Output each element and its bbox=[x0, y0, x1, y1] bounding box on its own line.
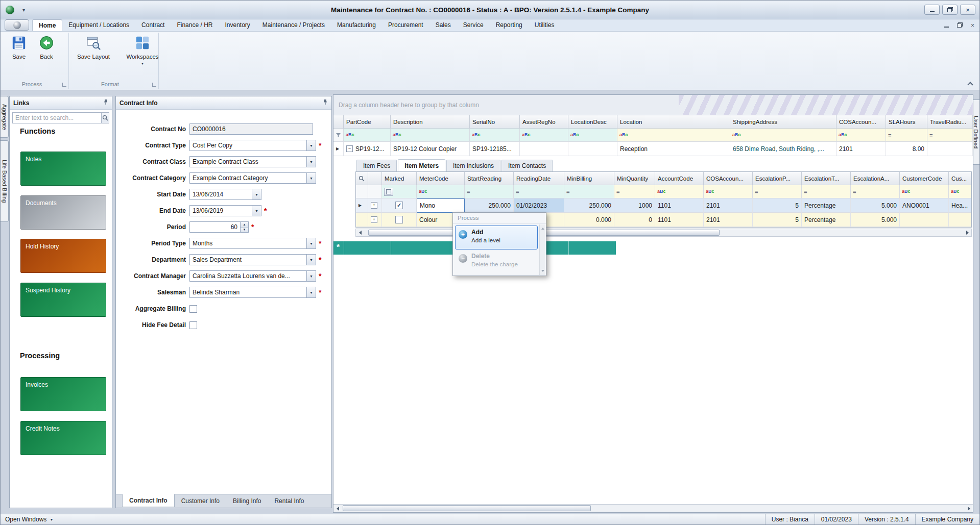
filter-cell-locationdesc[interactable]: aBc bbox=[568, 129, 617, 142]
ribbon-tab-equipment-locations[interactable]: Equipment / Locations bbox=[62, 19, 135, 31]
cell-assetregno[interactable] bbox=[520, 142, 568, 156]
dropdown-arrow-icon[interactable]: ▼ bbox=[306, 271, 316, 281]
column-header-serialno[interactable]: SerialNo bbox=[470, 115, 520, 129]
menu-scrollbar[interactable] bbox=[539, 224, 545, 275]
ribbon-tab-home[interactable]: Home bbox=[32, 19, 62, 31]
restore-button[interactable] bbox=[942, 5, 958, 15]
cell-minbilling[interactable]: 0.000 bbox=[564, 213, 614, 227]
column-header-minbilling[interactable]: MinBilling bbox=[564, 172, 614, 185]
filter-cell-escalationp[interactable]: = bbox=[753, 185, 802, 198]
period-type-dropdown[interactable]: Months▼ bbox=[189, 238, 316, 249]
column-header-marked[interactable]: Marked bbox=[382, 172, 417, 185]
suspend-history-button[interactable]: Suspend History bbox=[20, 283, 106, 317]
equipment-row[interactable]: ▶ −SP19-12... SP19-12 Colour Copier SP19… bbox=[333, 142, 973, 156]
cell-shippingaddress[interactable]: 658 Dime Road, South Riding, ,... bbox=[730, 142, 836, 156]
collapse-detail-button[interactable]: − bbox=[346, 145, 353, 152]
cell-customercode[interactable]: ANO0001 bbox=[900, 198, 949, 213]
column-header-shippingaddress[interactable]: ShippingAddress bbox=[730, 115, 836, 129]
column-header-escalationt[interactable]: EscalationT... bbox=[802, 172, 851, 185]
close-button[interactable]: × bbox=[960, 5, 975, 15]
notes-button[interactable]: Notes bbox=[20, 152, 106, 186]
cell-cosaccount[interactable]: 2101 bbox=[704, 213, 753, 227]
mdi-minimize-button[interactable] bbox=[944, 22, 949, 29]
spin-up-icon[interactable]: ▲ bbox=[241, 222, 248, 228]
column-header-metercode[interactable]: MeterCode bbox=[417, 172, 465, 185]
contract-manager-dropdown[interactable]: Carolina Suzzetta Lourens van de...▼ bbox=[189, 270, 316, 282]
column-header-customercode[interactable]: CustomerCode bbox=[900, 172, 949, 185]
meter-row-mono[interactable]: ▶ + ✓ Mono 250.000 01/02/2023 250.000 10… bbox=[356, 198, 971, 213]
cell-marked[interactable]: ✓ bbox=[382, 198, 417, 213]
cell-startreading[interactable]: 250.000 bbox=[465, 198, 514, 213]
search-input[interactable] bbox=[12, 112, 101, 123]
cell-accountcode[interactable]: 1101 bbox=[655, 213, 704, 227]
spin-buttons[interactable]: ▲▼ bbox=[240, 222, 248, 232]
meter-row-colour[interactable]: + Colour 0.000 0.000 0 1101 2101 5 Perce… bbox=[356, 213, 971, 227]
open-windows-button[interactable]: Open Windows ▼ bbox=[1, 516, 53, 523]
sidebar-tab-life-based-billing[interactable]: Life Based Billing bbox=[1, 140, 9, 222]
ribbon-tab-reporting[interactable]: Reporting bbox=[490, 19, 529, 31]
cell-customer[interactable] bbox=[949, 213, 971, 227]
pin-icon[interactable] bbox=[323, 99, 328, 107]
tab-item-inclusions[interactable]: Item Inclusions bbox=[446, 160, 500, 171]
cell-minbilling[interactable]: 250.000 bbox=[564, 198, 614, 213]
dropdown-arrow-icon[interactable]: ▼ bbox=[306, 173, 316, 183]
tab-customer-info[interactable]: Customer Info bbox=[175, 494, 226, 508]
filter-cell-customer[interactable]: aBc bbox=[949, 185, 971, 198]
ribbon-tab-inventory[interactable]: Inventory bbox=[219, 19, 256, 31]
ribbon-tab-finance-hr[interactable]: Finance / HR bbox=[171, 19, 219, 31]
dropdown-arrow-icon[interactable]: ▼ bbox=[252, 206, 261, 216]
search-icon[interactable] bbox=[101, 112, 109, 123]
cell-description[interactable]: SP19-12 Colour Copier bbox=[391, 142, 470, 156]
invoices-button[interactable]: Invoices bbox=[20, 377, 106, 411]
contract-category-dropdown[interactable]: Example Contract Category▼ bbox=[189, 172, 316, 184]
column-header-description[interactable]: Description bbox=[391, 115, 470, 129]
checkbox-filter-icon[interactable] bbox=[384, 188, 393, 196]
cell-partcode[interactable]: −SP19-12... bbox=[344, 142, 391, 156]
cell-escalationt[interactable]: Percentage bbox=[802, 198, 851, 213]
column-header-locationdesc[interactable]: LocationDesc bbox=[568, 115, 617, 129]
filter-cell-marked[interactable] bbox=[382, 185, 417, 198]
quick-access-chevron-icon[interactable]: ▾ bbox=[22, 7, 25, 13]
cell-location[interactable]: Reception bbox=[617, 142, 730, 156]
marked-checkbox[interactable] bbox=[395, 216, 403, 223]
column-header-customer[interactable]: Cus... bbox=[949, 172, 971, 185]
cell-accountcode[interactable]: 1101 bbox=[655, 198, 704, 213]
mdi-close-button[interactable]: × bbox=[971, 22, 974, 29]
cell-cosaccount[interactable]: 2101 bbox=[704, 198, 753, 213]
column-header-escalationp[interactable]: EscalationP... bbox=[753, 172, 802, 185]
search-header-cell[interactable] bbox=[356, 172, 368, 185]
column-header-location[interactable]: Location bbox=[617, 115, 730, 129]
hold-history-button[interactable]: Hold History bbox=[20, 239, 106, 273]
filter-cell-cosaccount[interactable]: aBc bbox=[704, 185, 753, 198]
tab-item-meters[interactable]: Item Meters bbox=[398, 159, 445, 171]
filter-cell-slahours[interactable]: = bbox=[886, 129, 927, 142]
filter-cell-readingdate[interactable]: = bbox=[514, 185, 564, 198]
cell-escalationp[interactable]: 5 bbox=[753, 198, 802, 213]
department-dropdown[interactable]: Sales Department▼ bbox=[189, 254, 316, 265]
ribbon-tab-maintenance-projects[interactable]: Maintenance / Projects bbox=[256, 19, 331, 31]
column-header-readingdate[interactable]: ReadingDate bbox=[514, 172, 564, 185]
minimize-button[interactable] bbox=[924, 5, 940, 15]
filter-cell-serialno[interactable]: aBc bbox=[470, 129, 520, 142]
cell-escalationp[interactable]: 5 bbox=[753, 213, 802, 227]
filter-cell-startreading[interactable]: = bbox=[465, 185, 514, 198]
meters-horizontal-scrollbar[interactable] bbox=[355, 229, 972, 237]
sidebar-tab-aggregate[interactable]: Aggregate bbox=[1, 96, 9, 138]
save-layout-button[interactable]: Save Layout bbox=[71, 35, 116, 60]
cell-marked[interactable] bbox=[382, 213, 417, 227]
end-date-picker[interactable]: 13/06/2019▼ bbox=[189, 205, 261, 216]
contract-no-input[interactable] bbox=[189, 123, 313, 135]
scroll-right-icon[interactable] bbox=[965, 505, 973, 512]
hide-fee-detail-checkbox[interactable] bbox=[189, 321, 197, 329]
expand-detail-button[interactable]: + bbox=[371, 216, 377, 223]
menu-item-add[interactable]: + AddAdd a level bbox=[455, 226, 538, 249]
column-header-slahours[interactable]: SLAHours bbox=[886, 115, 927, 129]
filter-cell-cosaccount[interactable]: aBc bbox=[836, 129, 886, 142]
workspaces-button[interactable]: Workspaces ▼ bbox=[119, 35, 166, 65]
cell-slahours[interactable]: 8.00 bbox=[886, 142, 927, 156]
mdi-restore-button[interactable] bbox=[957, 22, 963, 29]
group-by-box[interactable]: Drag a column header here to group by th… bbox=[333, 95, 973, 115]
filter-cell-travelradius[interactable]: = bbox=[927, 129, 973, 142]
ribbon-tab-contract[interactable]: Contract bbox=[135, 19, 171, 31]
filter-cell-shippingaddress[interactable]: aBc bbox=[730, 129, 836, 142]
